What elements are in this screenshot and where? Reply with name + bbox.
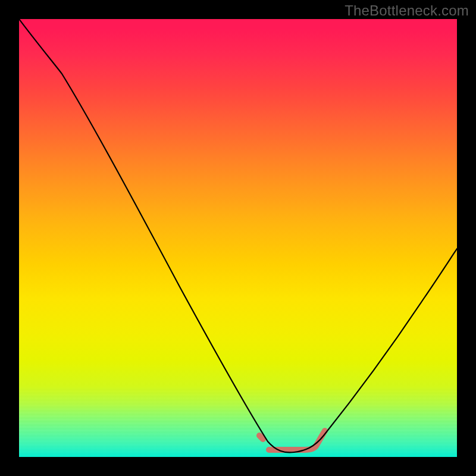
watermark-text: TheBottleneck.com xyxy=(345,2,469,19)
green-banding xyxy=(19,387,457,457)
plot-area xyxy=(19,19,457,457)
chart-container: TheBottleneck.com xyxy=(0,0,476,476)
